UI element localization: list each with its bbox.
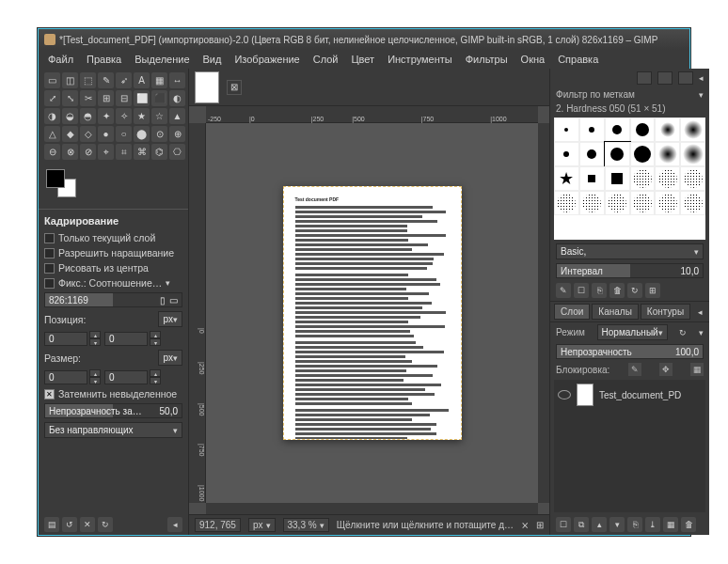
- tool-icon-34[interactable]: ⊘: [80, 144, 96, 160]
- menu-image[interactable]: Изображение: [229, 52, 305, 67]
- ruler-horizontal[interactable]: -250|0|250|500|750|1000: [206, 106, 538, 123]
- scrollbar-vertical[interactable]: [538, 123, 549, 503]
- menu-file[interactable]: Файл: [42, 52, 79, 67]
- tool-icon-21[interactable]: ★: [134, 108, 150, 124]
- tool-icon-33[interactable]: ⊗: [62, 144, 78, 160]
- tool-icon-1[interactable]: ◫: [62, 72, 78, 88]
- fg-color-swatch[interactable]: [46, 169, 65, 188]
- menu-color[interactable]: Цвет: [345, 52, 380, 67]
- tool-icon-27[interactable]: ●: [98, 126, 114, 142]
- tool-icon-0[interactable]: ▭: [44, 72, 60, 88]
- dock-tab-patterns-icon[interactable]: [657, 71, 673, 85]
- layer-visibility-icon[interactable]: [558, 390, 571, 400]
- menu-tools[interactable]: Инструменты: [382, 52, 458, 67]
- tool-icon-24[interactable]: △: [44, 126, 60, 142]
- tool-icon-19[interactable]: ✦: [98, 108, 114, 124]
- tool-icon-17[interactable]: ◒: [62, 108, 78, 124]
- lock-pixels-icon[interactable]: ✎: [628, 363, 641, 376]
- brush-grid[interactable]: ★: [554, 118, 705, 240]
- tool-opt-restore-icon[interactable]: ↺: [62, 517, 77, 532]
- image-tab-close[interactable]: ⊠: [227, 80, 242, 95]
- dock-menu-icon[interactable]: ◂: [167, 517, 182, 532]
- tab-channels[interactable]: Каналы: [592, 304, 639, 320]
- chevron-down-icon[interactable]: ▾: [699, 328, 704, 337]
- brush-new-icon[interactable]: ☐: [574, 283, 589, 298]
- layer-delete-icon[interactable]: 🗑: [681, 517, 696, 532]
- crop-from-center-checkbox[interactable]: [44, 263, 55, 274]
- dock-tab-fonts-icon[interactable]: [678, 71, 693, 85]
- orient-landscape-icon[interactable]: ▭: [169, 295, 178, 306]
- tool-icon-25[interactable]: ◆: [62, 126, 78, 142]
- tool-icon-29[interactable]: ⬤: [134, 126, 150, 142]
- tool-icon-26[interactable]: ◇: [80, 126, 96, 142]
- pos-y-down[interactable]: ▾: [150, 338, 161, 346]
- tool-icon-2[interactable]: ⬚: [80, 72, 96, 88]
- menu-layer[interactable]: Слой: [308, 52, 344, 67]
- tool-icon-7[interactable]: ↔: [169, 72, 185, 88]
- tool-icon-4[interactable]: ➶: [116, 72, 132, 88]
- tool-icon-16[interactable]: ◑: [44, 108, 60, 124]
- menu-edit[interactable]: Правка: [81, 52, 127, 67]
- layer-list[interactable]: Test_document_PD: [554, 380, 705, 512]
- document-page[interactable]: Test document PDF: [283, 186, 462, 440]
- size-w-input[interactable]: 0: [44, 370, 87, 384]
- tool-icon-36[interactable]: ⌗: [116, 144, 132, 160]
- layer-tabs-menu-icon[interactable]: ◂: [692, 306, 708, 319]
- layer-mode-select[interactable]: Нормальный ▾: [597, 324, 668, 340]
- tool-icon-32[interactable]: ⊖: [44, 144, 60, 160]
- layer-name-label[interactable]: Test_document_PD: [599, 390, 681, 400]
- crop-fixed-checkbox[interactable]: [44, 278, 55, 289]
- mode-reset-icon[interactable]: ↻: [679, 328, 687, 337]
- brush-dup-icon[interactable]: ⎘: [592, 283, 607, 298]
- dock-config-icon[interactable]: ◂: [699, 73, 704, 83]
- tool-icon-9[interactable]: ⤡: [62, 90, 78, 106]
- tool-icon-11[interactable]: ⊞: [98, 90, 114, 106]
- pos-x-input[interactable]: 0: [44, 332, 87, 346]
- tool-icon-14[interactable]: ⬛: [151, 90, 167, 106]
- chevron-down-icon[interactable]: ▾: [699, 90, 704, 100]
- status-zoom-select[interactable]: 33,3 % ▾: [283, 518, 329, 532]
- layer-up-icon[interactable]: ▴: [592, 517, 607, 532]
- fg-bg-swatches[interactable]: [46, 169, 84, 201]
- tab-layers[interactable]: Слои: [554, 304, 590, 320]
- tool-opt-save-icon[interactable]: ▤: [44, 517, 59, 532]
- tool-icon-35[interactable]: ⌖: [98, 144, 114, 160]
- size-h-down[interactable]: ▾: [150, 377, 161, 384]
- menu-windows[interactable]: Окна: [515, 52, 551, 67]
- position-unit-select[interactable]: px ▾: [158, 311, 182, 327]
- layer-new-icon[interactable]: ☐: [556, 517, 571, 532]
- canvas-viewport[interactable]: Test document PDF: [206, 123, 538, 503]
- crop-ratio-field[interactable]: 826:1169▯▭: [44, 292, 182, 307]
- shade-opacity-slider[interactable]: Непрозрачность за…50,0: [44, 403, 182, 418]
- brush-edit-icon[interactable]: ✎: [556, 283, 571, 298]
- status-unit-select[interactable]: px ▾: [248, 518, 276, 532]
- brush-preset-select[interactable]: Basic,▾: [556, 243, 704, 259]
- menu-select[interactable]: Выделение: [129, 52, 195, 67]
- shade-checkbox[interactable]: ✕: [44, 389, 55, 400]
- brush-open-icon[interactable]: ⊞: [645, 283, 660, 298]
- tool-icon-37[interactable]: ⌘: [134, 144, 150, 160]
- tool-icon-39[interactable]: ⎔: [169, 144, 185, 160]
- guides-select[interactable]: Без направляющих▾: [44, 422, 182, 438]
- tool-icon-31[interactable]: ⊕: [169, 126, 185, 142]
- size-w-up[interactable]: ▴: [89, 369, 101, 377]
- pos-y-up[interactable]: ▴: [150, 331, 161, 338]
- crop-allow-grow-checkbox[interactable]: [44, 248, 55, 258]
- layer-group-icon[interactable]: ⧉: [574, 517, 589, 532]
- menu-view[interactable]: Вид: [198, 52, 228, 67]
- image-tab-thumb[interactable]: [195, 71, 219, 103]
- size-w-down[interactable]: ▾: [89, 377, 101, 384]
- chevron-down-icon[interactable]: ▾: [166, 278, 170, 288]
- layer-row[interactable]: Test_document_PD: [554, 380, 705, 410]
- tool-icon-13[interactable]: ⬜: [134, 90, 150, 106]
- size-h-input[interactable]: 0: [104, 370, 148, 384]
- tool-icon-10[interactable]: ✂: [80, 90, 96, 106]
- tool-icon-30[interactable]: ⊙: [151, 126, 167, 142]
- tool-icon-12[interactable]: ⊟: [116, 90, 132, 106]
- pos-x-up[interactable]: ▴: [89, 331, 101, 338]
- tool-icon-15[interactable]: ◐: [169, 90, 185, 106]
- size-h-up[interactable]: ▴: [150, 369, 161, 377]
- tool-opt-delete-icon[interactable]: ✕: [80, 517, 95, 532]
- tool-icon-20[interactable]: ✧: [116, 108, 132, 124]
- status-cancel-icon[interactable]: ⨯: [521, 520, 529, 530]
